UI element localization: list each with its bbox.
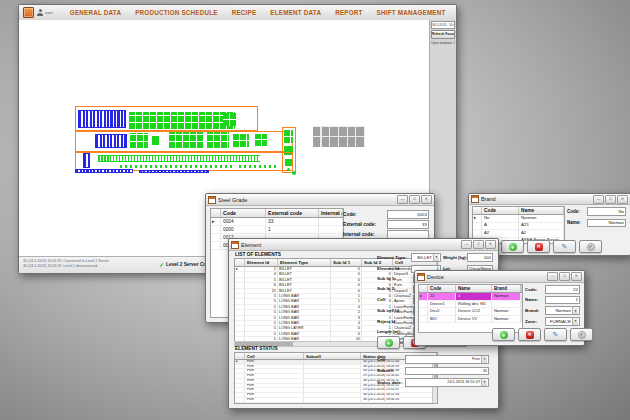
table-row[interactable]: Furn30 (24.5.2013) 16:51:48 (235, 402, 437, 404)
table-row[interactable]: Dev2Device CO2NormanCOOLING BED (419, 308, 522, 316)
table-row[interactable]: Device1Rolling dev. M1ROLLING MILL (419, 300, 522, 308)
field-input[interactable]: No (587, 207, 626, 216)
edit-button[interactable]: ✎ (544, 328, 567, 341)
brand-fields: Code:NoName:Norman (567, 207, 626, 230)
close-button[interactable]: ✕ (421, 195, 432, 204)
combo-arrow-icon[interactable]: ▼ (481, 379, 487, 386)
plant-storage-b (95, 134, 127, 148)
edit-icon: ✎ (553, 331, 559, 338)
add-button[interactable]: + (492, 328, 515, 341)
combo-arrow-icon[interactable]: ▼ (572, 318, 578, 325)
table-cell: No (482, 215, 519, 223)
column-header[interactable]: Code (221, 209, 266, 218)
close-button[interactable]: ✕ (485, 240, 496, 249)
maximize-button[interactable]: □ (473, 240, 484, 249)
device-fields: Code:22Name:1Brand:Norman▼Zone:FURNACE▼ (525, 285, 580, 328)
field-input[interactable]: 33 (387, 220, 429, 229)
minimize-button[interactable]: — (461, 240, 472, 249)
field-label: Weight (kg): (443, 255, 467, 260)
field-row: Weight (kg):100 (443, 253, 493, 262)
row-marker-header[interactable] (235, 259, 245, 267)
minimize-button[interactable]: — (547, 272, 558, 281)
table-row[interactable]: ▸002433 (211, 218, 343, 226)
table-cell: Rolling dev. M1 (456, 300, 492, 308)
table-cell: Device CO2 (456, 308, 492, 316)
user-icon-body (37, 13, 43, 16)
row-marker-header[interactable] (473, 207, 482, 215)
field-label: Code: (343, 212, 387, 217)
column-header[interactable]: Name (519, 207, 564, 215)
field-input[interactable]: 1 (545, 296, 580, 305)
menu-item[interactable]: SHIFT MANAGEMENT (370, 9, 453, 16)
refresh-focused-form-button[interactable]: Refresh Focused Form (431, 30, 455, 39)
field-label: External code: (343, 222, 387, 227)
table-row[interactable]: ▸221NormanFURNACE (419, 293, 522, 301)
element-status-label: ELEMENT STATUS (235, 346, 278, 351)
field-label: Status date: (377, 380, 405, 385)
remove-icon: ✕ (526, 331, 534, 339)
close-button[interactable]: ✕ (571, 272, 582, 281)
column-header[interactable]: Element Id (245, 259, 278, 267)
menu-item[interactable]: GENERAL DATA (63, 9, 128, 16)
field-input[interactable]: 24.5.2013 16:51:07▼ (405, 378, 489, 387)
column-header[interactable]: Sub Id 1 (331, 259, 362, 267)
remove-button[interactable]: ✕ (527, 240, 550, 253)
minimize-button[interactable]: — (397, 195, 408, 204)
menu-item[interactable]: ELEMENT DATA (263, 9, 328, 16)
column-header[interactable]: Brand (492, 285, 521, 293)
field-input[interactable]: BILLET▼ (411, 253, 441, 262)
table-row[interactable]: 00001 (211, 226, 343, 234)
field-input[interactable]: Furn▼ (405, 355, 489, 364)
combo-arrow-icon[interactable]: ▼ (433, 254, 439, 261)
maximize-button[interactable]: □ (605, 195, 616, 204)
column-header[interactable]: Element Type (278, 259, 331, 267)
user-icon-head (39, 9, 42, 12)
field-input[interactable]: FURNACE▼ (545, 317, 580, 326)
table-row[interactable]: ▸NoNorman (473, 215, 564, 223)
confirm-icon: ✓ (578, 331, 586, 339)
field-input[interactable]: Norman▼ (545, 306, 580, 315)
field-input[interactable]: 22 (545, 285, 580, 294)
combo-arrow-icon[interactable]: ▼ (481, 356, 487, 363)
connection-log: 30 (24.5.2013) 10:05:29: Connected to Le… (23, 259, 109, 268)
close-button[interactable]: ✕ (617, 195, 628, 204)
column-header[interactable]: Name (456, 285, 492, 293)
menu-item[interactable]: PRODUCTION SCHEDULE (128, 9, 225, 16)
table-row[interactable]: A2A2 (473, 230, 564, 238)
table-row[interactable]: BIODevice VVNormanROLLING MILL (419, 315, 522, 323)
menu-item[interactable]: RECIPE (225, 9, 264, 16)
field-input[interactable]: 0024 (387, 210, 429, 219)
field-input[interactable]: Norman (587, 219, 626, 228)
maximize-button[interactable]: □ (559, 272, 570, 281)
open-windows-label: Open windows: 1 (431, 41, 455, 45)
confirm-icon: ✓ (587, 243, 595, 251)
field-value: 22 (573, 287, 578, 292)
datetime-display: 30.5.2013 - 10:07:48 (431, 21, 455, 29)
column-header[interactable]: Code (428, 285, 456, 293)
column-header[interactable]: External code (266, 209, 319, 218)
device-table[interactable]: CodeNameBrandZone▸221NormanFURNACEDevice… (418, 284, 523, 333)
maximize-button[interactable]: □ (409, 195, 420, 204)
row-marker-header[interactable] (419, 285, 428, 293)
column-header[interactable]: Zone (521, 285, 522, 293)
field-input[interactable]: 30 (405, 367, 489, 376)
add-button[interactable]: + (377, 336, 400, 349)
table-cell: 1 (266, 226, 319, 234)
row-marker-header[interactable] (211, 209, 221, 218)
confirm-button[interactable]: ✓ (570, 328, 593, 341)
brand-titlebar: Brand —□✕ (469, 194, 630, 205)
confirm-button[interactable]: ✓ (579, 240, 602, 253)
table-row[interactable]: AA25 (473, 222, 564, 230)
combo-arrow-icon[interactable]: ▼ (572, 307, 578, 314)
remove-button[interactable]: ✕ (518, 328, 541, 341)
minimize-button[interactable]: — (593, 195, 604, 204)
add-button[interactable]: + (501, 240, 524, 253)
column-header[interactable]: Internal code (319, 209, 343, 218)
menu-item[interactable]: REPORT (328, 9, 369, 16)
field-label: Length (m): (377, 329, 413, 334)
column-header[interactable]: Code (482, 207, 519, 215)
window-title: Element (241, 242, 461, 248)
edit-button[interactable]: ✎ (553, 240, 576, 253)
field-input[interactable]: 100 (467, 253, 493, 262)
field-label: Reject Id: (377, 319, 413, 324)
